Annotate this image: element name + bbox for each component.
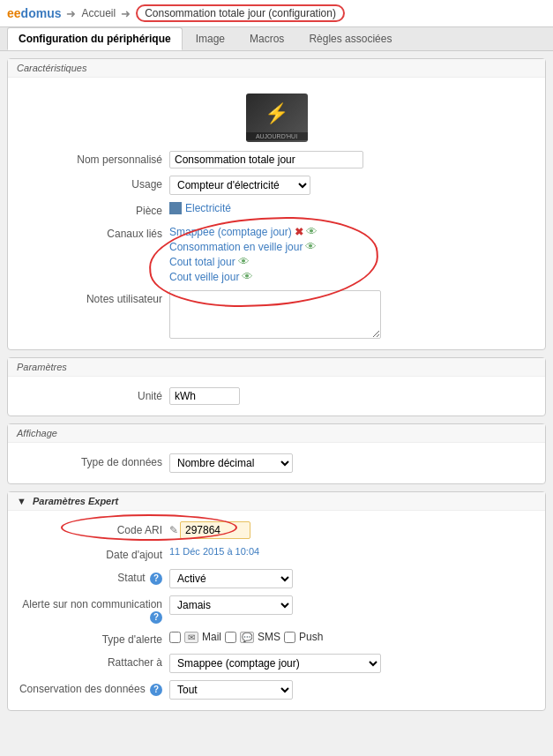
tab-bar: Configuration du périphérique Image Macr… [0, 27, 553, 51]
select-usage[interactable]: Compteur d'électricité [169, 176, 310, 195]
device-image: ⚡ AUJOURD'HUI [246, 94, 308, 142]
link-piece[interactable]: Electricité [185, 202, 231, 214]
label-date-ajout: Date d'ajout [15, 546, 169, 561]
breadcrumb-arrow-2: ➜ [121, 7, 131, 20]
label-type-donnees: Type de données [15, 453, 169, 468]
select-alerte[interactable]: Jamais [169, 595, 293, 615]
tower-icon: ⚡ [265, 102, 288, 125]
top-bar: eedomus ➜ Accueil ➜ Consommation totale … [0, 0, 553, 27]
alerte-help-icon[interactable]: ? [150, 611, 162, 624]
expert-title-text: Paramètres Expert [33, 496, 118, 506]
value-usage: Compteur d'électricité [169, 176, 538, 195]
statut-help-icon[interactable]: ? [150, 573, 162, 585]
section-affichage-title: Affichage [8, 424, 545, 443]
select-conservation[interactable]: Tout [169, 680, 293, 700]
channel-item-1: Consommation en veille jour 👁 [169, 240, 538, 253]
date-ajout-text: 11 Déc 2015 à 10:04 [169, 546, 259, 557]
label-rattacher: Rattacher à [15, 654, 169, 669]
select-type-donnees[interactable]: Nombre décimal [169, 453, 293, 473]
label-sms: SMS [258, 631, 280, 643]
section-parametres: Paramètres Unité [7, 357, 546, 416]
row-nom-personnalise: Nom personnalisé [8, 147, 545, 172]
label-notes: Notes utilisateur [15, 290, 169, 305]
tab-config[interactable]: Configuration du périphérique [7, 27, 183, 50]
value-piece: Electricité [169, 202, 538, 214]
logo-ee: ee [7, 6, 21, 20]
label-mail: Mail [202, 631, 221, 643]
section-affichage: Affichage Type de données Nombre décimal [7, 423, 546, 484]
value-date-ajout: 11 Déc 2015 à 10:04 [169, 546, 538, 557]
channel-delete-0[interactable]: ✖ [295, 226, 303, 238]
label-nom-personnalise: Nom personnalisé [15, 151, 169, 166]
caracteristiques-content: ⚡ AUJOURD'HUI Nom personnalisé Usage Com… [8, 78, 545, 349]
value-statut: Activé [169, 569, 538, 588]
row-conservation: Conservation des données ? Tout [8, 677, 545, 703]
select-rattacher[interactable]: Smappee (comptage jour) [169, 654, 381, 673]
row-canaux-lies: Canaux liés Smappee (comptage jour) ✖ 👁 … [8, 221, 545, 287]
label-type-alerte: Type d'alerte [15, 631, 169, 646]
tab-rules[interactable]: Règles associées [297, 27, 403, 50]
row-type-donnees: Type de données Nombre décimal [8, 450, 545, 476]
row-notes: Notes utilisateur [8, 287, 545, 342]
device-image-label: AUJOURD'HUI [246, 132, 308, 140]
row-usage: Usage Compteur d'électricité [8, 172, 545, 198]
value-type-alerte: ✉ Mail 💬 SMS Push [169, 631, 538, 643]
label-unite: Unité [15, 387, 169, 402]
breadcrumb-home[interactable]: Accueil [81, 7, 116, 19]
textarea-notes[interactable] [169, 290, 381, 339]
label-conservation: Conservation des données ? [15, 680, 169, 696]
row-date-ajout: Date d'ajout 11 Déc 2015 à 10:04 [8, 543, 545, 565]
mail-icon: ✉ [184, 632, 198, 643]
conservation-help-icon[interactable]: ? [150, 684, 162, 696]
channel-link-2[interactable]: Cout total jour [169, 256, 235, 268]
label-canaux-lies: Canaux liés [15, 225, 169, 240]
channel-eye-0[interactable]: 👁 [306, 225, 318, 238]
checkbox-sms[interactable] [225, 632, 236, 643]
section-parametres-expert-title: ▼ Paramètres Expert [8, 492, 545, 511]
row-rattacher: Rattacher à Smappee (comptage jour) [8, 650, 545, 677]
breadcrumb-arrow-1: ➜ [66, 7, 76, 20]
label-piece: Pièce [15, 202, 169, 217]
room-icon [169, 202, 182, 214]
channel-item-0: Smappee (comptage jour) ✖ 👁 [169, 225, 538, 238]
expert-content: Code ARI ✎ Date d'ajout 11 Déc 2015 à 10… [8, 511, 545, 710]
channel-eye-1[interactable]: 👁 [305, 240, 317, 253]
row-code-ari: Code ARI ✎ [8, 518, 545, 543]
channel-link-1[interactable]: Consommation en veille jour [169, 241, 303, 253]
section-parametres-expert: ▼ Paramètres Expert Code ARI ✎ Date d'aj… [7, 491, 546, 711]
row-type-alerte: Type d'alerte ✉ Mail 💬 SMS Push [8, 627, 545, 650]
row-piece: Pièce Electricité [8, 198, 545, 221]
select-statut[interactable]: Activé [169, 569, 293, 588]
row-statut: Statut ? Activé [8, 565, 545, 592]
value-alerte: Jamais [169, 595, 538, 615]
label-statut: Statut ? [15, 569, 169, 585]
input-code-ari[interactable] [180, 521, 250, 539]
input-nom-personnalise[interactable] [169, 151, 363, 168]
tab-image[interactable]: Image [184, 27, 236, 50]
edit-code-icon[interactable]: ✎ [169, 524, 178, 536]
channel-eye-2[interactable]: 👁 [238, 255, 250, 268]
label-alerte: Alerte sur non communication ? [15, 595, 169, 624]
value-canaux-lies: Smappee (comptage jour) ✖ 👁 Consommation… [169, 225, 538, 283]
checkbox-mail[interactable] [169, 632, 181, 643]
section-caracteristiques-title: Caractéristiques [8, 59, 545, 78]
label-code-ari: Code ARI [15, 521, 169, 536]
section-caracteristiques: Caractéristiques ⚡ AUJOURD'HUI Nom perso… [7, 58, 546, 350]
value-rattacher: Smappee (comptage jour) [169, 654, 538, 673]
checkbox-push[interactable] [284, 632, 295, 643]
expert-title-triangle: ▼ [17, 496, 26, 506]
channel-link-3[interactable]: Cout veille jour [169, 271, 239, 283]
tab-macros[interactable]: Macros [238, 27, 295, 50]
device-image-container: ⚡ AUJOURD'HUI [8, 85, 545, 147]
row-unite: Unité [8, 384, 545, 408]
value-type-donnees: Nombre décimal [169, 453, 538, 473]
breadcrumb-current: Consommation totale jour (configuration) [136, 4, 345, 22]
channel-eye-3[interactable]: 👁 [242, 270, 253, 283]
input-unite[interactable] [169, 387, 240, 405]
parametres-content: Unité [8, 377, 545, 415]
value-code-ari: ✎ [169, 521, 538, 539]
value-nom-personnalise [169, 151, 538, 168]
channel-link-0[interactable]: Smappee (comptage jour) [169, 226, 292, 238]
affichage-content: Type de données Nombre décimal [8, 443, 545, 483]
channel-item-2: Cout total jour 👁 [169, 255, 538, 268]
